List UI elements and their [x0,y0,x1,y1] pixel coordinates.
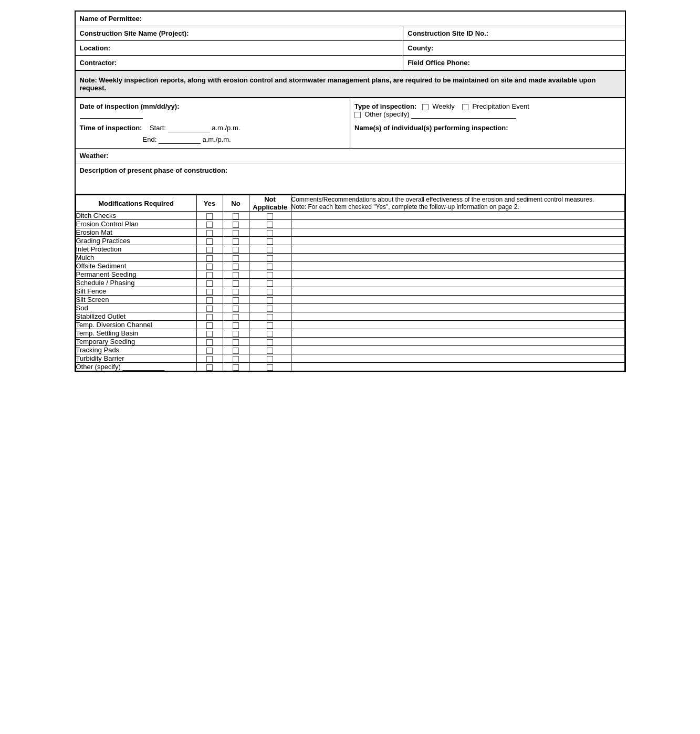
na-checkbox[interactable] [267,247,273,253]
yes-checkbox[interactable] [206,264,213,270]
na-checkbox[interactable] [267,280,273,287]
yes-checkbox[interactable] [206,213,213,219]
checkbox-na[interactable] [249,270,291,279]
checkbox-no[interactable] [223,245,249,254]
yes-checkbox[interactable] [206,247,213,253]
checkbox-no[interactable] [223,270,249,279]
checkbox-na[interactable] [249,279,291,287]
na-checkbox[interactable] [267,339,273,345]
no-checkbox[interactable] [233,331,239,337]
checkbox-na[interactable] [249,262,291,270]
checkbox-no[interactable] [223,237,249,245]
no-checkbox[interactable] [233,222,239,228]
yes-checkbox[interactable] [206,280,213,287]
no-checkbox[interactable] [233,238,239,245]
yes-checkbox[interactable] [206,314,213,320]
na-checkbox[interactable] [267,213,273,219]
checkbox-yes[interactable] [196,329,223,338]
no-checkbox[interactable] [233,314,239,320]
checkbox-na[interactable] [249,338,291,346]
checkbox-na[interactable] [249,237,291,245]
checkbox-yes[interactable] [196,228,223,237]
no-checkbox[interactable] [233,247,239,253]
na-checkbox[interactable] [267,364,273,371]
checkbox-no[interactable] [223,304,249,312]
checkbox-yes[interactable] [196,312,223,321]
yes-checkbox[interactable] [206,289,213,295]
weekly-checkbox[interactable] [422,104,429,110]
checkbox-na[interactable] [249,254,291,262]
checkbox-na[interactable] [249,346,291,354]
other-checkbox[interactable] [354,112,361,118]
no-checkbox[interactable] [233,230,239,236]
yes-checkbox[interactable] [206,331,213,337]
no-checkbox[interactable] [233,289,239,295]
start-underline[interactable] [168,124,210,132]
checkbox-yes[interactable] [196,304,223,312]
checkbox-na[interactable] [249,220,291,228]
checkbox-no[interactable] [223,312,249,321]
no-checkbox[interactable] [233,306,239,312]
no-checkbox[interactable] [233,322,239,329]
yes-checkbox[interactable] [206,272,213,278]
checkbox-no[interactable] [223,228,249,237]
checkbox-yes[interactable] [196,212,223,220]
na-checkbox[interactable] [267,264,273,270]
na-checkbox[interactable] [267,222,273,228]
checkbox-na[interactable] [249,228,291,237]
yes-checkbox[interactable] [206,230,213,236]
na-checkbox[interactable] [267,331,273,337]
no-checkbox[interactable] [233,255,239,261]
yes-checkbox[interactable] [206,297,213,303]
checkbox-yes[interactable] [196,254,223,262]
date-underline[interactable] [80,110,143,119]
checkbox-no[interactable] [223,262,249,270]
yes-checkbox[interactable] [206,348,213,354]
no-checkbox[interactable] [233,280,239,287]
no-checkbox[interactable] [233,356,239,362]
checkbox-yes[interactable] [196,279,223,287]
checkbox-yes[interactable] [196,237,223,245]
checkbox-no[interactable] [223,321,249,329]
no-checkbox[interactable] [233,364,239,371]
checkbox-na[interactable] [249,329,291,338]
checkbox-yes[interactable] [196,220,223,228]
checkbox-yes[interactable] [196,346,223,354]
na-checkbox[interactable] [267,289,273,295]
yes-checkbox[interactable] [206,255,213,261]
no-checkbox[interactable] [233,213,239,219]
yes-checkbox[interactable] [206,238,213,245]
na-checkbox[interactable] [267,348,273,354]
checkbox-na[interactable] [249,321,291,329]
checkbox-yes[interactable] [196,287,223,296]
yes-checkbox[interactable] [206,322,213,329]
na-checkbox[interactable] [267,297,273,303]
checkbox-na[interactable] [249,245,291,254]
no-checkbox[interactable] [233,272,239,278]
checkbox-yes[interactable] [196,363,223,371]
checkbox-no[interactable] [223,212,249,220]
checkbox-yes[interactable] [196,338,223,346]
na-checkbox[interactable] [267,314,273,320]
no-checkbox[interactable] [233,264,239,270]
other-underline[interactable] [411,110,516,119]
yes-checkbox[interactable] [206,364,213,371]
checkbox-na[interactable] [249,304,291,312]
na-checkbox[interactable] [267,238,273,245]
checkbox-na[interactable] [249,363,291,371]
precip-checkbox[interactable] [462,104,468,110]
no-checkbox[interactable] [233,339,239,345]
checkbox-no[interactable] [223,329,249,338]
no-checkbox[interactable] [233,348,239,354]
checkbox-no[interactable] [223,220,249,228]
checkbox-na[interactable] [249,287,291,296]
checkbox-yes[interactable] [196,245,223,254]
checkbox-no[interactable] [223,296,249,304]
na-checkbox[interactable] [267,322,273,329]
checkbox-yes[interactable] [196,296,223,304]
yes-checkbox[interactable] [206,222,213,228]
na-checkbox[interactable] [267,255,273,261]
checkbox-no[interactable] [223,279,249,287]
checkbox-yes[interactable] [196,321,223,329]
na-checkbox[interactable] [267,356,273,362]
